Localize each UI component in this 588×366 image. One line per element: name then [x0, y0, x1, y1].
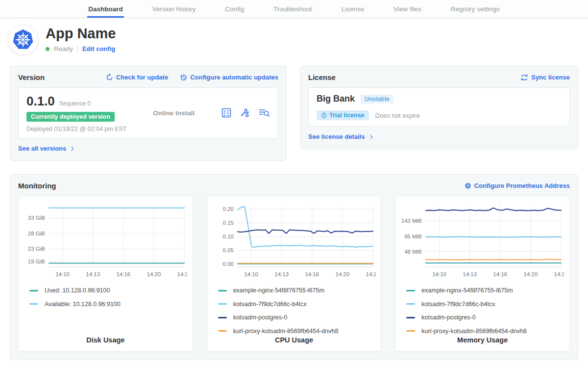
memory-usage-legend: example-nginx-54f8f76755-l675mkotsadm-7f… — [406, 287, 564, 335]
cpu-usage-chart: 0.000.050.100.150.2014:1014:1314:1614:20… — [212, 202, 376, 280]
tab-registry-settings[interactable]: Registry settings — [450, 0, 501, 18]
chart-title: CPU Usage — [212, 336, 376, 344]
legend-dash-icon — [29, 290, 38, 291]
chart-card-cpu-usage: 0.000.050.100.150.2014:1014:1314:1614:20… — [207, 196, 382, 352]
kubernetes-wheel-icon — [12, 29, 34, 51]
tab-config[interactable]: Config — [224, 0, 245, 18]
legend-dash-icon — [406, 317, 415, 318]
tab-license[interactable]: License — [341, 0, 366, 18]
disk-usage-legend: Used: 10.128.0.96:9100Available: 10.128.… — [29, 287, 188, 308]
legend-label: kotsadm-postgres-0 — [421, 314, 475, 321]
cpu-usage-legend: example-nginx-54f8f76755-l675mkotsadm-7f… — [218, 287, 376, 335]
svg-text:14:16: 14:16 — [305, 271, 319, 277]
configure-automatic-updates-link[interactable]: Configure automatic updates — [180, 74, 278, 81]
svg-text:0.05: 0.05 — [222, 247, 233, 253]
svg-text:14:13: 14:13 — [463, 271, 477, 277]
legend-item: kotsadm-postgres-0 — [406, 314, 564, 321]
status-dot — [46, 47, 49, 51]
customer-name: Big Bank — [317, 94, 355, 104]
svg-text:0.20: 0.20 — [222, 206, 233, 212]
monitoring-card: Monitoring ⚙ Configure Prometheus Addres… — [10, 174, 578, 360]
legend-dash-icon — [406, 290, 415, 291]
current-version-card: 0.1.0 Sequence 0 Currently deployed vers… — [18, 87, 278, 138]
tab-view-files[interactable]: View files — [392, 0, 422, 18]
legend-item: kurl-proxy-kotsadm-8569fb6454-dnvh8 — [406, 328, 564, 335]
see-license-details-label: See license details — [308, 133, 365, 140]
config-wrench-icon[interactable] — [240, 107, 250, 118]
tab-dashboard[interactable]: Dashboard — [87, 0, 124, 18]
kubernetes-logo-icon — [8, 25, 38, 55]
cards-row: Version Check for update Configure au — [10, 66, 578, 161]
charts-row: 19 GiB23 GiB28 GiB33 GiB14:1014:1314:161… — [18, 196, 570, 352]
legend-label: example-nginx-54f8f76755-l675m — [421, 287, 513, 294]
svg-text:14:10: 14:10 — [55, 271, 70, 277]
deploy-logs-icon[interactable] — [258, 107, 270, 118]
svg-text:14:20: 14:20 — [147, 271, 161, 277]
configure-prometheus-link[interactable]: ⚙ Configure Prometheus Address — [465, 182, 570, 189]
check-for-update-link[interactable]: Check for update — [106, 74, 168, 81]
legend-item: Used: 10.128.0.96:9100 — [29, 287, 188, 294]
svg-text:0.15: 0.15 — [222, 220, 233, 226]
install-type-label: Online Install — [126, 109, 221, 117]
legend-item: kurl-proxy-kotsadm-8569fb6454-dnvh8 — [218, 328, 376, 335]
svg-text:0.00: 0.00 — [222, 261, 233, 267]
legend-item: kotsadm-7f9dc7d66c-b4tcx — [406, 301, 564, 308]
svg-text:14:10: 14:10 — [244, 271, 258, 277]
monitoring-heading: Monitoring — [18, 182, 56, 190]
legend-label: Used: 10.128.0.96:9100 — [45, 287, 110, 294]
version-sequence: Sequence 0 — [59, 100, 91, 107]
status-text: Ready — [54, 45, 73, 52]
legend-item: example-nginx-54f8f76755-l675m — [406, 287, 564, 294]
svg-text:14:23: 14:23 — [366, 271, 375, 277]
refresh-icon — [106, 74, 113, 81]
svg-text:33 GiB: 33 GiB — [28, 215, 45, 221]
legend-item: example-nginx-54f8f76755-l675m — [218, 287, 376, 294]
svg-text:14:20: 14:20 — [524, 271, 538, 277]
gear-icon: ⚙ — [465, 182, 471, 189]
chart-card-memory-usage: 48 MiB95 MiB143 MiB14:1014:1314:1614:201… — [395, 196, 570, 352]
configure-prometheus-label: Configure Prometheus Address — [474, 182, 570, 189]
preflight-checks-icon[interactable] — [221, 107, 232, 118]
see-license-details-link[interactable]: See license details — [308, 133, 372, 140]
legend-dash-icon — [406, 330, 415, 332]
sync-arrows-icon — [520, 74, 528, 81]
deployed-timestamp: Deployed 01/19/22 @ 02:04 pm EST — [26, 126, 126, 132]
svg-text:28 GiB: 28 GiB — [28, 231, 45, 236]
license-heading: License — [308, 73, 336, 81]
legend-dash-icon — [218, 290, 227, 291]
tab-troubleshoot[interactable]: Troubleshoot — [272, 0, 313, 18]
edit-config-link[interactable]: Edit config — [82, 45, 115, 52]
legend-dash-icon — [218, 303, 227, 305]
version-number: 0.1.0 — [26, 94, 55, 109]
legend-dash-icon — [29, 303, 38, 305]
disk-usage-chart: 19 GiB23 GiB28 GiB33 GiB14:1014:1314:161… — [24, 202, 187, 280]
top-nav-tabs: DashboardVersion historyConfigTroublesho… — [74, 0, 514, 18]
svg-text:14:10: 14:10 — [433, 271, 447, 277]
trial-license-badge: Trial license — [317, 110, 369, 120]
license-card: License Sync license Big Bank Unstable — [300, 66, 578, 149]
top-nav: DashboardVersion historyConfigTroublesho… — [0, 0, 588, 18]
legend-label: Available: 10.128.0.96:9100 — [45, 301, 121, 308]
legend-label: kotsadm-postgres-0 — [233, 314, 287, 321]
svg-text:14:16: 14:16 — [493, 271, 508, 277]
legend-dash-icon — [218, 330, 227, 332]
legend-dash-icon — [218, 317, 227, 318]
tab-version-history[interactable]: Version history — [151, 0, 197, 18]
legend-item: Available: 10.128.0.96:9100 — [29, 301, 188, 308]
svg-text:48 MiB: 48 MiB — [405, 249, 422, 255]
svg-text:23 GiB: 23 GiB — [28, 246, 45, 252]
svg-text:14:13: 14:13 — [274, 271, 289, 277]
svg-text:14:23: 14:23 — [177, 271, 187, 277]
stopwatch-icon — [321, 112, 327, 118]
svg-text:14:20: 14:20 — [335, 271, 349, 277]
license-expiry: Does not expire — [375, 112, 420, 119]
sync-license-link[interactable]: Sync license — [520, 74, 570, 81]
svg-text:14:16: 14:16 — [116, 271, 130, 277]
svg-text:95 MiB: 95 MiB — [405, 234, 422, 239]
chevron-right-icon — [368, 134, 372, 138]
version-card: Version Check for update Configure au — [10, 66, 287, 161]
version-heading: Version — [18, 73, 45, 81]
channel-badge: Unstable — [361, 95, 393, 104]
see-all-versions-link[interactable]: See all versions — [18, 145, 73, 152]
legend-label: kurl-proxy-kotsadm-8569fb6454-dnvh8 — [233, 328, 339, 335]
